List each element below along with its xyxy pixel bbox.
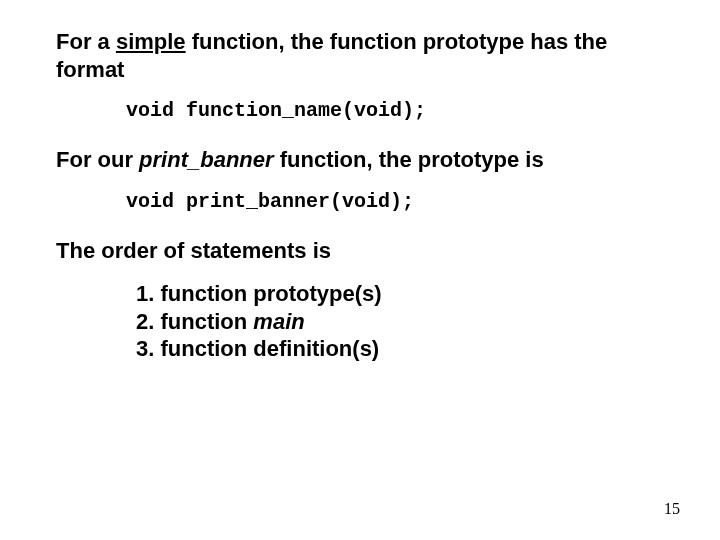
text: For a (56, 29, 116, 54)
paragraph-print-banner: For our print_banner function, the proto… (56, 146, 664, 174)
text: 2. function (136, 309, 253, 334)
page-number: 15 (664, 500, 680, 518)
list-item: 2. function main (136, 308, 664, 336)
text: For our (56, 147, 139, 172)
list-item: 1. function prototype(s) (136, 280, 664, 308)
text-italic-print-banner: print_banner (139, 147, 273, 172)
ordered-list: 1. function prototype(s) 2. function mai… (136, 280, 664, 363)
code-prototype-print-banner: void print_banner(void); (126, 190, 664, 213)
text-underline-simple: simple (116, 29, 186, 54)
list-item: 3. function definition(s) (136, 335, 664, 363)
text: function, the prototype is (274, 147, 544, 172)
code-prototype-generic: void function_name(void); (126, 99, 664, 122)
paragraph-order: The order of statements is (56, 237, 664, 265)
slide: For a simple function, the function prot… (0, 0, 720, 540)
paragraph-prototype-format: For a simple function, the function prot… (56, 28, 664, 83)
text-italic-main: main (253, 309, 304, 334)
